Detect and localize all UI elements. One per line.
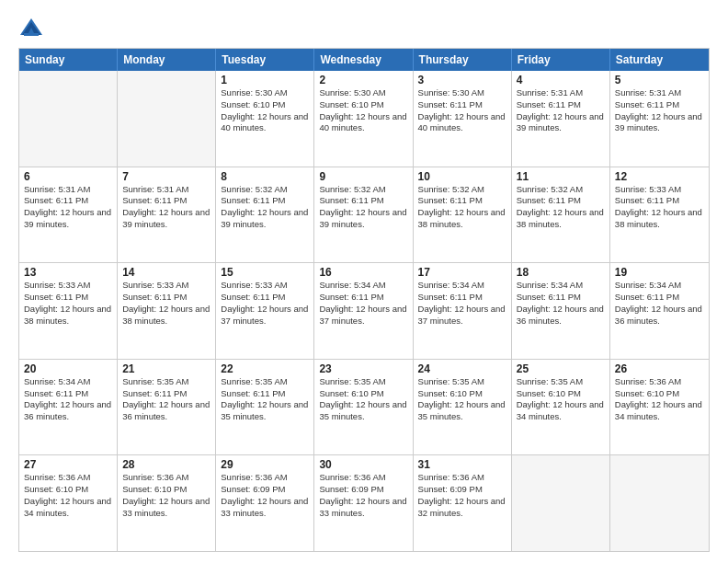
- day-number: 10: [418, 170, 506, 183]
- day-number: 9: [319, 170, 407, 183]
- day-number: 24: [418, 362, 506, 375]
- day-info: Sunrise: 5:36 AM Sunset: 6:09 PM Dayligh…: [418, 472, 506, 519]
- empty-cell-0-0: [19, 71, 118, 167]
- day-number: 22: [221, 362, 309, 375]
- day-number: 3: [418, 74, 506, 86]
- day-info: Sunrise: 5:35 AM Sunset: 6:10 PM Dayligh…: [319, 376, 407, 423]
- day-cell-29: 29Sunrise: 5:36 AM Sunset: 6:09 PM Dayli…: [216, 455, 314, 551]
- day-number: 18: [517, 266, 605, 279]
- day-number: 8: [221, 170, 309, 183]
- day-cell-13: 13Sunrise: 5:33 AM Sunset: 6:11 PM Dayli…: [19, 263, 118, 359]
- header-day-wednesday: Wednesday: [314, 49, 413, 71]
- calendar-header: SundayMondayTuesdayWednesdayThursdayFrid…: [19, 49, 709, 71]
- day-number: 25: [517, 362, 605, 375]
- day-number: 6: [24, 170, 112, 183]
- day-info: Sunrise: 5:32 AM Sunset: 6:11 PM Dayligh…: [517, 184, 605, 231]
- day-info: Sunrise: 5:35 AM Sunset: 6:11 PM Dayligh…: [122, 376, 210, 423]
- day-info: Sunrise: 5:31 AM Sunset: 6:11 PM Dayligh…: [122, 184, 210, 231]
- day-cell-22: 22Sunrise: 5:35 AM Sunset: 6:11 PM Dayli…: [216, 360, 314, 455]
- empty-cell-4-6: [610, 455, 709, 551]
- day-info: Sunrise: 5:36 AM Sunset: 6:10 PM Dayligh…: [122, 472, 210, 519]
- calendar: SundayMondayTuesdayWednesdayThursdayFrid…: [18, 48, 710, 552]
- calendar-row-1: 6Sunrise: 5:31 AM Sunset: 6:11 PM Daylig…: [19, 167, 709, 263]
- day-number: 29: [221, 458, 309, 471]
- day-info: Sunrise: 5:30 AM Sunset: 6:10 PM Dayligh…: [221, 87, 309, 134]
- day-cell-10: 10Sunrise: 5:32 AM Sunset: 6:11 PM Dayli…: [414, 167, 512, 263]
- day-cell-19: 19Sunrise: 5:34 AM Sunset: 6:11 PM Dayli…: [610, 263, 709, 359]
- day-number: 17: [418, 266, 506, 279]
- calendar-row-3: 20Sunrise: 5:34 AM Sunset: 6:11 PM Dayli…: [19, 359, 709, 455]
- day-number: 4: [517, 74, 605, 86]
- calendar-row-4: 27Sunrise: 5:36 AM Sunset: 6:10 PM Dayli…: [19, 454, 709, 551]
- day-cell-30: 30Sunrise: 5:36 AM Sunset: 6:09 PM Dayli…: [314, 455, 413, 551]
- empty-cell-4-5: [512, 455, 610, 551]
- day-info: Sunrise: 5:31 AM Sunset: 6:11 PM Dayligh…: [517, 87, 605, 134]
- day-info: Sunrise: 5:33 AM Sunset: 6:11 PM Dayligh…: [615, 184, 704, 231]
- day-info: Sunrise: 5:33 AM Sunset: 6:11 PM Dayligh…: [122, 280, 210, 327]
- header-day-sunday: Sunday: [19, 49, 118, 71]
- day-cell-2: 2Sunrise: 5:30 AM Sunset: 6:10 PM Daylig…: [314, 71, 413, 167]
- day-number: 14: [122, 266, 210, 279]
- day-cell-27: 27Sunrise: 5:36 AM Sunset: 6:10 PM Dayli…: [19, 455, 118, 551]
- day-info: Sunrise: 5:35 AM Sunset: 6:10 PM Dayligh…: [418, 376, 506, 423]
- day-number: 28: [122, 458, 210, 471]
- day-info: Sunrise: 5:32 AM Sunset: 6:11 PM Dayligh…: [221, 184, 309, 231]
- day-number: 19: [615, 266, 704, 279]
- day-info: Sunrise: 5:31 AM Sunset: 6:11 PM Dayligh…: [24, 184, 112, 231]
- day-info: Sunrise: 5:34 AM Sunset: 6:11 PM Dayligh…: [24, 376, 112, 423]
- day-cell-18: 18Sunrise: 5:34 AM Sunset: 6:11 PM Dayli…: [512, 263, 610, 359]
- day-info: Sunrise: 5:36 AM Sunset: 6:10 PM Dayligh…: [24, 472, 112, 519]
- header-day-tuesday: Tuesday: [216, 49, 314, 71]
- header-day-monday: Monday: [118, 49, 216, 71]
- day-cell-24: 24Sunrise: 5:35 AM Sunset: 6:10 PM Dayli…: [414, 360, 512, 455]
- day-info: Sunrise: 5:33 AM Sunset: 6:11 PM Dayligh…: [221, 280, 309, 327]
- day-cell-20: 20Sunrise: 5:34 AM Sunset: 6:11 PM Dayli…: [19, 360, 118, 455]
- day-cell-4: 4Sunrise: 5:31 AM Sunset: 6:11 PM Daylig…: [512, 71, 610, 167]
- day-number: 31: [418, 458, 506, 471]
- day-info: Sunrise: 5:30 AM Sunset: 6:10 PM Dayligh…: [319, 87, 407, 134]
- day-number: 30: [319, 458, 407, 471]
- day-cell-16: 16Sunrise: 5:34 AM Sunset: 6:11 PM Dayli…: [314, 263, 413, 359]
- day-info: Sunrise: 5:36 AM Sunset: 6:09 PM Dayligh…: [221, 472, 309, 519]
- logo-icon: [18, 15, 44, 40]
- day-number: 26: [615, 362, 704, 375]
- day-cell-31: 31Sunrise: 5:36 AM Sunset: 6:09 PM Dayli…: [414, 455, 512, 551]
- day-number: 23: [319, 362, 407, 375]
- header-day-friday: Friday: [512, 49, 610, 71]
- day-info: Sunrise: 5:34 AM Sunset: 6:11 PM Dayligh…: [319, 280, 407, 327]
- day-number: 7: [122, 170, 210, 183]
- day-info: Sunrise: 5:35 AM Sunset: 6:10 PM Dayligh…: [517, 376, 605, 423]
- day-number: 5: [615, 74, 704, 86]
- day-cell-26: 26Sunrise: 5:36 AM Sunset: 6:10 PM Dayli…: [610, 360, 709, 455]
- header-day-thursday: Thursday: [414, 49, 512, 71]
- empty-cell-0-1: [118, 71, 216, 167]
- day-cell-12: 12Sunrise: 5:33 AM Sunset: 6:11 PM Dayli…: [610, 167, 709, 263]
- day-info: Sunrise: 5:32 AM Sunset: 6:11 PM Dayligh…: [319, 184, 407, 231]
- day-number: 21: [122, 362, 210, 375]
- calendar-row-2: 13Sunrise: 5:33 AM Sunset: 6:11 PM Dayli…: [19, 262, 709, 359]
- day-cell-14: 14Sunrise: 5:33 AM Sunset: 6:11 PM Dayli…: [118, 263, 216, 359]
- svg-rect-2: [24, 33, 39, 36]
- day-cell-6: 6Sunrise: 5:31 AM Sunset: 6:11 PM Daylig…: [19, 167, 118, 263]
- day-info: Sunrise: 5:34 AM Sunset: 6:11 PM Dayligh…: [615, 280, 704, 327]
- day-cell-3: 3Sunrise: 5:30 AM Sunset: 6:11 PM Daylig…: [414, 71, 512, 167]
- day-info: Sunrise: 5:33 AM Sunset: 6:11 PM Dayligh…: [24, 280, 112, 327]
- day-number: 1: [221, 74, 309, 86]
- day-cell-15: 15Sunrise: 5:33 AM Sunset: 6:11 PM Dayli…: [216, 263, 314, 359]
- day-cell-21: 21Sunrise: 5:35 AM Sunset: 6:11 PM Dayli…: [118, 360, 216, 455]
- day-info: Sunrise: 5:34 AM Sunset: 6:11 PM Dayligh…: [418, 280, 506, 327]
- day-info: Sunrise: 5:35 AM Sunset: 6:11 PM Dayligh…: [221, 376, 309, 423]
- day-info: Sunrise: 5:36 AM Sunset: 6:09 PM Dayligh…: [319, 472, 407, 519]
- day-number: 11: [517, 170, 605, 183]
- day-number: 2: [319, 74, 407, 86]
- day-cell-11: 11Sunrise: 5:32 AM Sunset: 6:11 PM Dayli…: [512, 167, 610, 263]
- day-info: Sunrise: 5:31 AM Sunset: 6:11 PM Dayligh…: [615, 87, 704, 134]
- day-info: Sunrise: 5:32 AM Sunset: 6:11 PM Dayligh…: [418, 184, 506, 231]
- header-day-saturday: Saturday: [610, 49, 709, 71]
- day-number: 16: [319, 266, 407, 279]
- day-cell-25: 25Sunrise: 5:35 AM Sunset: 6:10 PM Dayli…: [512, 360, 610, 455]
- day-cell-17: 17Sunrise: 5:34 AM Sunset: 6:11 PM Dayli…: [414, 263, 512, 359]
- calendar-row-0: 1Sunrise: 5:30 AM Sunset: 6:10 PM Daylig…: [19, 71, 709, 167]
- header: [18, 15, 710, 40]
- calendar-body: 1Sunrise: 5:30 AM Sunset: 6:10 PM Daylig…: [19, 71, 709, 551]
